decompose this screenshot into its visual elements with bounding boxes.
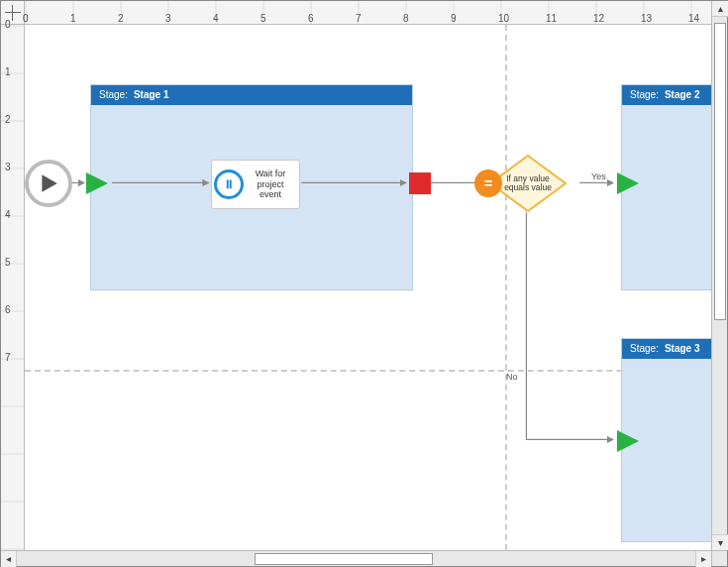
stage-2-entry[interactable] (615, 172, 641, 194)
stage-3-header[interactable]: Stage: Stage 3 (622, 339, 711, 359)
ruler-tick: 7 (5, 352, 11, 363)
stage-label: Stage: (630, 89, 659, 101)
ruler-tick: 9 (451, 13, 457, 24)
ruler-tick: 1 (5, 66, 11, 77)
ruler-tick: 13 (641, 13, 652, 24)
ruler-tick: 5 (260, 13, 266, 24)
ruler-tick: 5 (5, 257, 11, 268)
stage-2-name: Stage 2 (665, 89, 700, 101)
edge-label-no: No (506, 372, 518, 382)
scroll-down-button[interactable]: ▾ (712, 534, 728, 550)
stage-1-entry[interactable] (84, 172, 110, 194)
ruler-tick: 2 (118, 13, 124, 24)
stage-2-header[interactable]: Stage: Stage 2 (622, 85, 711, 105)
vertical-scrollbar[interactable]: ▴ ▾ (711, 1, 727, 550)
stage-label: Stage: (630, 343, 659, 355)
ruler-tick: 8 (403, 13, 409, 24)
horizontal-scrollbar[interactable]: ◂ ▸ (1, 550, 711, 566)
decision-label: If any value equals value (488, 154, 568, 213)
ruler-tick: 6 (308, 13, 314, 24)
scroll-right-button[interactable]: ▸ (695, 551, 711, 567)
page-break-vertical (505, 25, 507, 550)
vscroll-thumb[interactable] (714, 23, 726, 320)
stage-label: Stage: (99, 89, 128, 101)
stage-1-header[interactable]: Stage: Stage 1 (91, 85, 412, 105)
ruler-tick: 0 (5, 19, 11, 30)
ruler-tick: 2 (5, 114, 11, 125)
pause-icon: ⏸ (214, 170, 244, 199)
scrollbar-corner (711, 550, 727, 566)
stage-3-entry[interactable] (615, 430, 641, 452)
ruler-horizontal[interactable]: 0123456789101112131415 (25, 1, 711, 25)
start-node[interactable] (25, 160, 72, 207)
stage-1-exit[interactable] (409, 172, 431, 194)
hscroll-thumb[interactable] (255, 553, 433, 565)
ruler-tick: 3 (165, 13, 171, 24)
vscroll-track[interactable] (712, 17, 727, 534)
decision-node[interactable]: = If any value equals value (488, 154, 568, 213)
ruler-tick: 7 (356, 13, 362, 24)
ruler-tick: 4 (213, 13, 219, 24)
edge-label-yes: Yes (591, 171, 606, 181)
hscroll-track[interactable] (17, 551, 695, 566)
stage-3-name: Stage 3 (665, 343, 700, 355)
ruler-tick: 14 (688, 13, 699, 24)
stage-1-name: Stage 1 (134, 89, 169, 101)
ruler-tick: 1 (70, 13, 76, 24)
wait-task-node[interactable]: ⏸ Wait for project event (211, 160, 300, 209)
task-label: Wait for project event (248, 169, 293, 199)
ruler-tick: 4 (5, 209, 11, 220)
scroll-up-button[interactable]: ▴ (712, 1, 728, 17)
ruler-tick: 11 (546, 13, 557, 24)
app-frame: 0123456789101112131415 01234567 Stage: S… (0, 0, 728, 567)
ruler-tick: 12 (593, 13, 604, 24)
ruler-tick: 6 (5, 304, 11, 315)
canvas[interactable]: Stage: Stage 1 Stage: Stage 2 Stage: Sta… (25, 25, 711, 550)
ruler-tick: 10 (498, 13, 509, 24)
page-break-horizontal (25, 370, 711, 372)
scroll-left-button[interactable]: ◂ (1, 551, 17, 567)
play-icon (38, 172, 59, 194)
ruler-tick: 0 (23, 13, 29, 24)
ruler-tick: 3 (5, 162, 11, 172)
ruler-vertical[interactable]: 01234567 (1, 25, 25, 550)
